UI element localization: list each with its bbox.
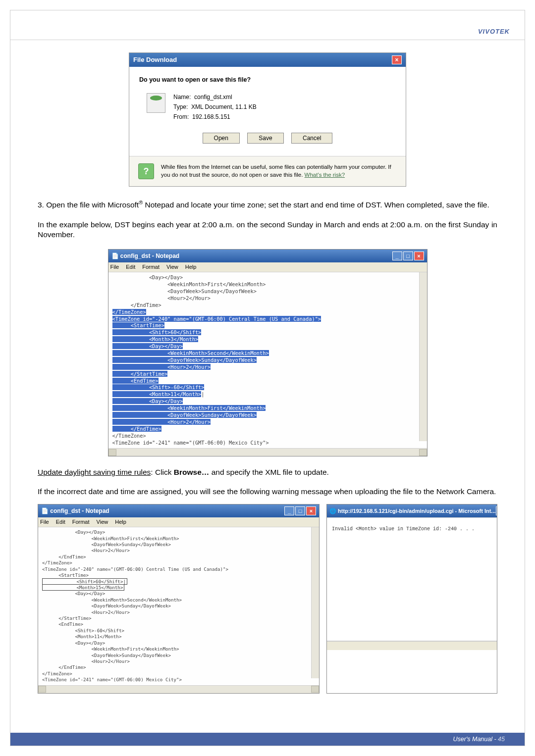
scroll-left-icon[interactable]	[108, 449, 116, 456]
type-label: Type:	[173, 103, 188, 110]
notepad-titlebar: 📄 config_dst - Notepad _ □ ×	[108, 250, 427, 262]
menu-help[interactable]: Help	[185, 263, 197, 271]
scrollbar-horizontal[interactable]	[38, 685, 319, 693]
warning-text: While files from the Internet can be use…	[161, 164, 391, 178]
notepad2-content[interactable]: <Day></Day> <WeekinMonth>First</WeekinMo…	[38, 527, 319, 685]
whats-the-risk-link[interactable]: What's the risk?	[305, 172, 345, 178]
step-3-example: In the example below, DST begins each ye…	[38, 220, 497, 241]
name-label: Name:	[173, 94, 191, 101]
xml-file-icon	[147, 93, 165, 113]
ie-statusbar	[327, 641, 497, 650]
menu-format[interactable]: Format	[72, 518, 90, 526]
type-value: XML Document, 11.1 KB	[191, 103, 257, 110]
notepad-menubar: File Edit Format View Help	[108, 262, 427, 272]
menu-format[interactable]: Format	[142, 263, 160, 271]
dialog-title: File Download	[133, 55, 177, 64]
scrollbar-horizontal[interactable]	[108, 448, 427, 456]
ie-upload-window: 🌐 http://192.168.5.121/cgi-bin/admin/upl…	[326, 504, 497, 693]
name-value: config_dst.xml	[194, 94, 232, 101]
menu-help[interactable]: Help	[115, 518, 126, 526]
boxed-month: <Month>15</Month>	[42, 584, 124, 591]
scrollbar-vertical[interactable]	[419, 272, 427, 441]
minimize-icon[interactable]: _	[284, 506, 294, 515]
ie-error-body: Invalid <Month> value in TimeZone id: -2…	[327, 517, 497, 641]
footer-page: 45	[498, 736, 505, 743]
from-label: From:	[173, 113, 189, 120]
scroll-left-icon[interactable]	[38, 686, 46, 693]
ie-titlebar: 🌐 http://192.168.5.121/cgi-bin/admin/upl…	[327, 504, 497, 517]
notepad2-title-text: config_dst - Notepad	[50, 507, 109, 514]
question-icon: ?	[138, 163, 154, 179]
scroll-right-icon[interactable]	[311, 686, 319, 693]
notepad-window-1: 📄 config_dst - Notepad _ □ × File Edit F…	[108, 249, 428, 456]
cancel-button[interactable]: Cancel	[291, 133, 332, 144]
dialog-prompt: Do you want to open or save this file?	[139, 76, 396, 84]
scroll-right-icon[interactable]	[419, 449, 427, 456]
incorrect-date-warning-text: If the incorrect date and time are assig…	[38, 487, 497, 497]
boxed-shift: <Shift>60</Shift>|	[42, 578, 127, 585]
maximize-icon[interactable]: □	[403, 252, 413, 260]
page-header: VIVOTEK	[10, 10, 525, 40]
footer-label: User's Manual -	[453, 736, 498, 743]
menu-file[interactable]: File	[40, 518, 49, 526]
maximize-icon[interactable]: □	[295, 506, 305, 515]
notepad-title-text: config_dst - Notepad	[120, 252, 179, 259]
page-footer: User's Manual - 45	[10, 733, 525, 746]
menu-view[interactable]: View	[97, 518, 108, 526]
notepad2-menubar: File Edit Format View Help	[38, 517, 319, 527]
save-button[interactable]: Save	[247, 133, 283, 144]
notepad-content[interactable]: <Day></Day> <WeekinMonth>First</WeekinMo…	[108, 272, 427, 448]
close-icon[interactable]: ×	[306, 506, 316, 515]
notepad2-titlebar: 📄 config_dst - Notepad _ □ ×	[38, 504, 319, 517]
scrollbar-vertical[interactable]	[311, 527, 319, 678]
from-value: 192.168.5.151	[192, 113, 230, 120]
dialog-warning: ? While files from the Internet can be u…	[129, 156, 406, 186]
menu-edit[interactable]: Edit	[56, 518, 65, 526]
dialog-titlebar: File Download ×	[129, 53, 406, 67]
selected-xml-2: <Day></Day> <WeekinMonth>First</WeekinMo…	[112, 398, 266, 432]
minimize-icon[interactable]: _	[496, 506, 497, 515]
close-icon[interactable]: ×	[414, 252, 424, 260]
menu-edit[interactable]: Edit	[126, 263, 135, 271]
brand-label: VIVOTEK	[478, 28, 510, 35]
file-download-dialog: File Download × Do you want to open or s…	[129, 52, 406, 187]
step-3-text: 3. Open the file with Microsoft® Notepad…	[38, 199, 497, 210]
menu-file[interactable]: File	[110, 263, 119, 271]
update-dst-heading: Update daylight saving time rules: Click…	[38, 467, 497, 478]
notepad-window-2: 📄 config_dst - Notepad _ □ × File Edit F…	[38, 504, 320, 693]
open-button[interactable]: Open	[203, 133, 240, 144]
selected-xml: </TimeZone> <TimeZone id="-240" name="(G…	[112, 309, 321, 398]
minimize-icon[interactable]: _	[392, 252, 402, 260]
close-icon[interactable]: ×	[392, 55, 402, 64]
ie-title-text: http://192.168.5.121/cgi-bin/admin/uploa…	[338, 508, 495, 514]
menu-view[interactable]: View	[166, 263, 178, 271]
file-meta: Name: config_dst.xml Type: XML Document,…	[173, 93, 257, 123]
